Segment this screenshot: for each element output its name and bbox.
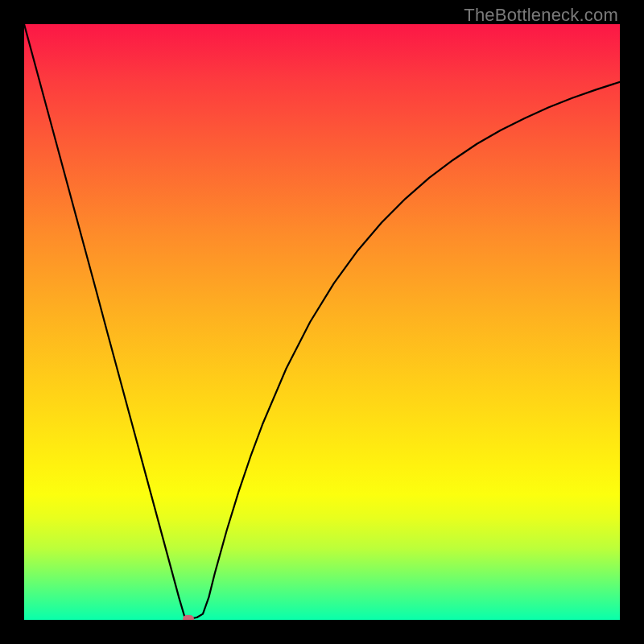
optimal-point-marker bbox=[183, 615, 194, 620]
plot-area bbox=[24, 24, 620, 620]
watermark-text: TheBottleneck.com bbox=[464, 5, 618, 26]
chart-frame: TheBottleneck.com bbox=[0, 0, 644, 644]
bottleneck-curve bbox=[24, 24, 620, 620]
